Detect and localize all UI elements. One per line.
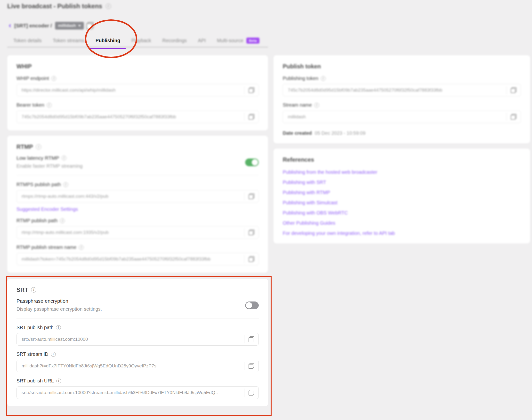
token-name-dropdown[interactable]: millidash [55,22,84,30]
whip-endpoint-field[interactable]: https://director.millicast.com/api/whip/… [16,84,259,96]
link-api-tab-integration[interactable]: For developing your own integration, ref… [283,230,521,236]
link-publishing-with-obs-webrtc[interactable]: Publishing with OBS WebRTC [283,210,521,216]
section-divider [16,318,259,318]
toggle-knob [246,302,252,309]
copy-icon [511,87,516,93]
rtmp-publish-stream-name-label: RTMP publish stream name [16,244,76,250]
copy-button[interactable] [244,226,258,239]
link-publishing-with-srt[interactable]: Publishing with SRT [283,180,521,185]
breadcrumb: ‹ [SRT] encoder / millidash [9,22,93,30]
copy-icon [249,390,254,395]
info-icon[interactable] [79,245,84,250]
info-icon[interactable] [314,103,319,108]
info-icon[interactable] [321,76,326,81]
tab-playback[interactable]: Playback [131,38,151,43]
srt-publish-url-field[interactable]: srt://srt-auto.millicast.com:10000?strea… [16,386,259,399]
srt-card: SRT Passphrase encryption Display passph… [7,279,268,406]
low-latency-rtmp-label: Low latency RTMP [16,155,59,161]
srt-publish-path-field[interactable]: srt://srt-auto.millicast.com:10000 [16,333,259,345]
tab-bar: Token details Token streams Publishing P… [13,35,259,45]
tab-token-details[interactable]: Token details [13,38,42,43]
token-name-label: millidash [58,23,76,28]
copy-button[interactable] [244,111,258,123]
rtmp-publish-path-field[interactable]: rtmp://rtmp-auto.millicast.com:1935/v2/p… [16,226,259,239]
srt-stream-id-value: millidash?t=dFx7IFTY0NldFb8Jt6sjWq5EdQUn… [17,363,244,369]
page-title: Live broadcast - Publish tokens [7,2,102,10]
copy-icon [249,193,254,199]
date-created-value: 05 Dec 2023 - 10:59:09 [315,130,365,136]
stream-name-field[interactable]: millidash [283,110,521,123]
tab-recordings[interactable]: Recordings [162,38,187,43]
copy-button[interactable] [507,84,521,96]
chevron-down-icon [78,25,81,27]
tab-token-streams[interactable]: Token streams [53,38,84,43]
info-icon[interactable] [51,352,56,357]
publishing-token-label: Publishing token [283,75,318,81]
info-icon[interactable] [51,76,56,81]
link-other-publishing-guides[interactable]: Other Publishing Guides [283,220,521,226]
info-icon[interactable] [62,156,66,160]
publishing-token-value: 745c7b2054d8d0d95d15bf09b7ab235aae447505… [283,88,506,93]
tab-track [7,46,268,48]
breadcrumb-label: [SRT] encoder / [14,23,52,29]
info-icon[interactable] [31,287,36,293]
info-icon[interactable] [106,4,111,9]
srt-publish-path-label: SRT publish path [16,325,54,330]
copy-button[interactable] [244,360,258,372]
references-card: References Publishing from the hosted we… [274,149,530,243]
tab-publishing[interactable]: Publishing [95,38,120,43]
copy-icon [249,87,254,93]
copy-icon [249,336,254,342]
info-icon[interactable] [56,378,61,383]
suggested-encoder-settings-link[interactable]: Suggested Encoder Settings [16,207,78,212]
passphrase-encryption-toggle[interactable] [245,301,259,309]
publish-token-card: Publish token Publishing token 745c7b205… [274,55,530,143]
publishing-token-field[interactable]: 745c7b2054d8d0d95d15bf09b7ab235aae447505… [283,84,521,96]
whip-endpoint-label: WHIP endpoint [16,75,49,81]
copy-button[interactable] [507,111,521,123]
page-header: Live broadcast - Publish tokens [7,2,111,10]
bearer-token-field[interactable]: 745c7b2054d8d0d95d15bf09b7ab235aae447505… [16,110,259,123]
passphrase-encryption-label: Passphrase encryption [16,298,68,304]
copy-button[interactable] [244,253,258,265]
info-icon[interactable] [60,218,65,223]
tab-api[interactable]: API [198,38,206,43]
srt-publish-path-value: srt://srt-auto.millicast.com:10000 [17,337,244,342]
rtmps-publish-path-value: rtmps://rtmp-auto.millicast.com:443/v2/p… [17,194,244,199]
info-icon[interactable] [63,182,68,187]
publish-token-title: Publish token [283,63,521,70]
rtmps-publish-path-label: RTMPS publish path [16,182,61,187]
srt-publish-url-value: srt://srt-auto.millicast.com:10000?strea… [17,390,244,395]
stream-name-value: millidash [283,114,506,120]
date-created-label: Date created [283,130,312,136]
srt-stream-id-field[interactable]: millidash?t=dFx7IFTY0NldFb8Jt6sjWq5EdQUn… [16,360,259,372]
link-publishing-with-rtmp[interactable]: Publishing with RTMP [283,190,521,195]
info-icon[interactable] [47,103,52,108]
copy-icon[interactable] [86,22,94,29]
copy-button[interactable] [244,190,258,202]
copy-icon [249,256,254,262]
rtmps-publish-path-field[interactable]: rtmps://rtmp-auto.millicast.com:443/v2/p… [16,190,259,203]
rtmp-publish-stream-name-field[interactable]: millidash?token=745c7b2054d8d0d95d15bf09… [16,253,259,265]
copy-button[interactable] [244,333,258,345]
link-hosted-web-broadcaster[interactable]: Publishing from the hosted web broadcast… [283,169,521,175]
toggle-knob [252,159,258,165]
tab-multi-source-label: Multi-source [217,38,243,43]
link-publishing-with-simulcast[interactable]: Publishing with Simulcast [283,200,521,206]
bearer-token-label: Bearer token [16,102,44,108]
copy-icon [249,114,254,120]
copy-button[interactable] [244,387,258,399]
info-icon[interactable] [56,325,61,330]
left-column: WHIP WHIP endpoint https://director.mill… [7,55,268,406]
back-chevron-icon[interactable]: ‹ [9,22,11,29]
rtmp-card: RTMP Low latency RTMP Enable faster RTMP… [7,136,268,273]
rtmp-publish-path-label: RTMP publish path [16,218,58,224]
beta-badge: Beta [246,38,260,44]
tab-multi-source[interactable]: Multi-source Beta [217,38,259,44]
copy-button[interactable] [244,84,258,96]
info-icon[interactable] [36,144,41,150]
copy-icon [249,229,254,235]
low-latency-rtmp-toggle[interactable] [245,159,259,166]
srt-stream-id-label: SRT stream ID [16,351,48,357]
whip-title: WHIP [16,63,259,70]
